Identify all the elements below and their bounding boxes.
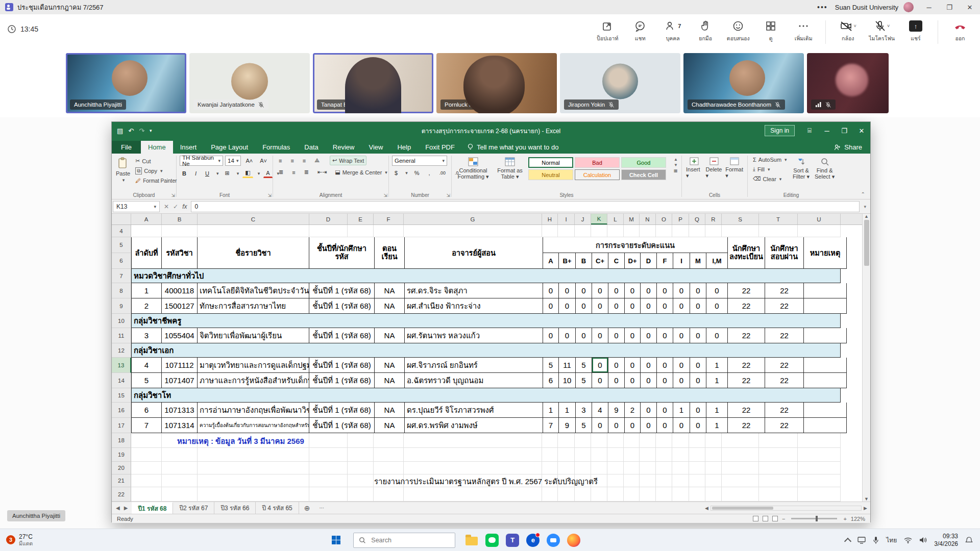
cell-course-section[interactable]: NA	[375, 298, 405, 314]
grid-cell[interactable]	[558, 487, 575, 502]
cell-course-instructor[interactable]: ผศ.รัตนาพร หลวงแก้ว	[405, 328, 543, 343]
column-header-M[interactable]: M	[624, 214, 640, 224]
toolbar-button-react[interactable]: ตอบสนอง	[723, 17, 753, 45]
cell-course-no[interactable]: 1	[131, 283, 162, 298]
excel-close-button[interactable]: ✕	[853, 122, 870, 139]
cell-grade-I,M[interactable]: 0	[706, 328, 728, 343]
cell-course-section[interactable]: NA	[375, 373, 405, 388]
comma-style-icon[interactable]: ,	[426, 169, 432, 177]
cell-header-no[interactable]: ลำดับที่	[131, 237, 162, 269]
row-header-12[interactable]: 12	[112, 343, 131, 358]
fill-color-button[interactable]: ◧	[242, 168, 253, 178]
row-header-8[interactable]: 8	[112, 283, 131, 298]
cell-grade-I[interactable]: 1	[673, 403, 690, 418]
collapse-ribbon-icon[interactable]: ⌃	[861, 191, 870, 199]
grid-cell[interactable]	[542, 448, 558, 462]
cell-course-section[interactable]: NA	[375, 328, 405, 343]
cell-passed[interactable]: 22	[765, 328, 804, 343]
ribbon-tab-help[interactable]: Help	[390, 141, 418, 154]
page-layout-view-icon[interactable]	[763, 516, 768, 521]
grid-cell[interactable]	[131, 487, 162, 502]
grid-cell[interactable]	[640, 462, 656, 474]
ribbon-tab-data[interactable]: Data	[297, 141, 325, 154]
cell-grade-M[interactable]: 0	[690, 403, 706, 418]
cell-grade-I[interactable]: 0	[673, 298, 690, 314]
grid-cell[interactable]	[309, 487, 348, 502]
grid-cell[interactable]	[404, 448, 542, 462]
shrink-font-icon[interactable]: A˅	[257, 157, 270, 165]
grid-cell[interactable]	[798, 433, 841, 448]
cell-course-name[interactable]: ความรู้เบื้องต้นเกี่ยวกับการสอนภาษาอังกฤ…	[198, 418, 309, 433]
formula-cancel-icon[interactable]: ✕	[164, 203, 169, 210]
cell-grade-C+[interactable]: 0	[592, 298, 608, 314]
cell-section-title[interactable]: หมวดวิชาศึกษาทั่วไป	[131, 269, 841, 283]
cell-grade-B+[interactable]: 9	[559, 418, 576, 433]
row-header-22[interactable]: 22	[112, 487, 131, 502]
vertical-scroll-thumb[interactable]	[864, 220, 869, 266]
column-header-K[interactable]: K	[591, 214, 607, 224]
grid-cell[interactable]	[558, 225, 575, 237]
styles-gallery-scroll[interactable]: ▲▼▦	[674, 157, 678, 173]
cell-grade-C+[interactable]: 4	[592, 403, 608, 418]
clipboard-dialog-launcher-icon[interactable]: ⇲	[171, 193, 175, 198]
cell-passed[interactable]: 22	[765, 298, 804, 314]
cell-header-remark[interactable]: หมายเหตุ	[804, 237, 847, 269]
participant-tile[interactable]: Pornluck Intamra	[436, 53, 557, 113]
delete-cells-button[interactable]: Delete ▾	[705, 156, 724, 181]
cell-grade-C[interactable]: 0	[608, 283, 625, 298]
grid-cell[interactable]	[672, 225, 689, 237]
cell-section-title[interactable]: กลุ่มวิชาชีพครู	[131, 314, 841, 328]
zoom-slider-knob[interactable]	[816, 516, 818, 521]
cell-grade-A[interactable]: 0	[543, 298, 559, 314]
column-header-G[interactable]: G	[404, 214, 542, 224]
zoom-out-icon[interactable]: −	[782, 516, 785, 522]
grid-cell[interactable]	[162, 448, 198, 462]
column-header-U[interactable]: U	[798, 214, 841, 224]
normal-view-icon[interactable]	[753, 516, 758, 521]
column-header-A[interactable]: A	[131, 214, 162, 224]
row-header-10[interactable]: 10	[112, 314, 131, 328]
select-all-corner[interactable]	[112, 214, 131, 224]
cell-registered[interactable]: 22	[728, 373, 765, 388]
cell-course-code[interactable]: 1071314	[162, 418, 198, 433]
cell-grade-A[interactable]: 0	[543, 328, 559, 343]
cell-registered[interactable]: 22	[728, 298, 765, 314]
grid-cell[interactable]	[131, 462, 162, 474]
cell-passed[interactable]: 22	[765, 283, 804, 298]
cell-course-no[interactable]: 2	[131, 298, 162, 314]
grid-cell[interactable]	[542, 462, 558, 474]
grid-cell[interactable]	[705, 225, 722, 237]
row-header-6[interactable]: 6	[112, 253, 131, 269]
cell-grade-C+[interactable]: 0	[592, 358, 608, 373]
column-header-O[interactable]: O	[656, 214, 672, 224]
cell-grade-F[interactable]: 0	[657, 418, 673, 433]
column-header-P[interactable]: P	[672, 214, 689, 224]
cell-header-grade-A[interactable]: A	[543, 253, 559, 269]
cell-header-name[interactable]: ชื่อรายวิชา	[198, 237, 309, 269]
column-header-H[interactable]: H	[542, 214, 558, 224]
wrap-text-button[interactable]: ↩Wrap Text	[330, 156, 366, 165]
cut-button[interactable]: ✂Cut	[133, 157, 179, 165]
cell-course-name[interactable]: จิตวิทยาเพื่อพัฒนาผู้เรียน	[198, 328, 309, 343]
align-bottom-icon[interactable]: ≡	[300, 157, 308, 165]
increase-decimal-icon[interactable]: .00	[437, 169, 449, 177]
cell-grade-C+[interactable]: 0	[592, 328, 608, 343]
microphone-tray-icon[interactable]	[873, 536, 879, 544]
cell-registered[interactable]: 22	[728, 328, 765, 343]
grid-cell[interactable]	[640, 487, 656, 502]
ribbon-tab-insert[interactable]: Insert	[173, 141, 204, 154]
cell-grade-A[interactable]: 7	[543, 418, 559, 433]
cell-grade-C[interactable]: 9	[608, 403, 625, 418]
grid-cell[interactable]	[607, 462, 624, 474]
grid-cell[interactable]	[591, 448, 607, 462]
align-right-icon[interactable]: ≣	[302, 168, 311, 177]
worksheet-grid[interactable]: 456ลำดับที่รหัสวิชาชื่อรายวิชาชั้นปีที่/…	[112, 225, 863, 502]
grid-cell[interactable]	[198, 448, 309, 462]
vertical-scrollbar[interactable]: ▲ ▼	[862, 214, 870, 502]
cell-header-grade-F[interactable]: F	[657, 253, 673, 269]
grid-cell[interactable]	[722, 433, 759, 448]
cell-course-code[interactable]: 1071112	[162, 358, 198, 373]
mic-dropdown-icon[interactable]: ˅	[887, 23, 890, 29]
cell-grade-C+[interactable]: 0	[592, 283, 608, 298]
grow-font-icon[interactable]: A˄	[243, 157, 255, 165]
